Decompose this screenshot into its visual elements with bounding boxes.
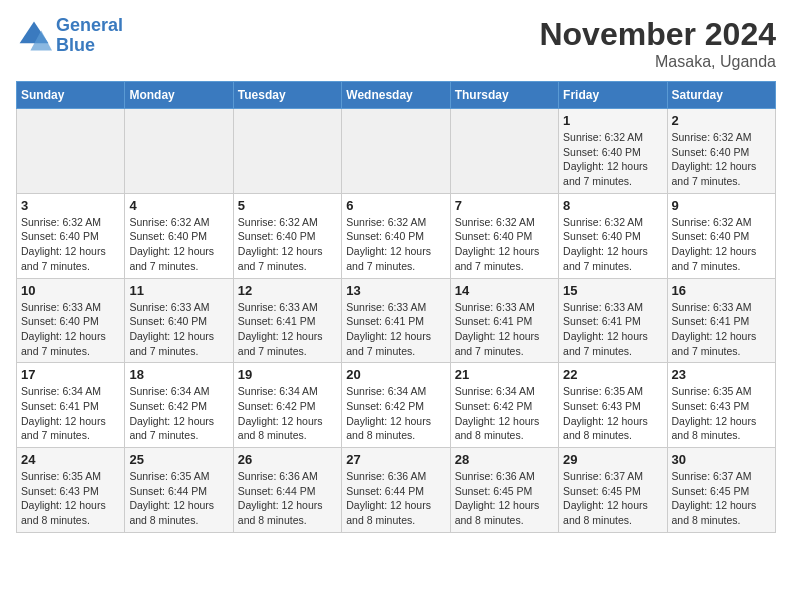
day-number: 17 xyxy=(21,367,120,382)
day-number: 7 xyxy=(455,198,554,213)
weekday-header-wednesday: Wednesday xyxy=(342,82,450,109)
day-number: 8 xyxy=(563,198,662,213)
day-number: 15 xyxy=(563,283,662,298)
day-number: 28 xyxy=(455,452,554,467)
day-info: Sunrise: 6:34 AM Sunset: 6:42 PM Dayligh… xyxy=(238,384,337,443)
day-number: 5 xyxy=(238,198,337,213)
page-header: General Blue November 2024 Masaka, Ugand… xyxy=(16,16,776,71)
calendar-cell: 26Sunrise: 6:36 AM Sunset: 6:44 PM Dayli… xyxy=(233,448,341,533)
calendar-cell: 28Sunrise: 6:36 AM Sunset: 6:45 PM Dayli… xyxy=(450,448,558,533)
calendar-cell: 15Sunrise: 6:33 AM Sunset: 6:41 PM Dayli… xyxy=(559,278,667,363)
calendar-cell: 24Sunrise: 6:35 AM Sunset: 6:43 PM Dayli… xyxy=(17,448,125,533)
day-info: Sunrise: 6:32 AM Sunset: 6:40 PM Dayligh… xyxy=(455,215,554,274)
calendar-week-row: 10Sunrise: 6:33 AM Sunset: 6:40 PM Dayli… xyxy=(17,278,776,363)
calendar-week-row: 17Sunrise: 6:34 AM Sunset: 6:41 PM Dayli… xyxy=(17,363,776,448)
day-number: 29 xyxy=(563,452,662,467)
calendar-table: SundayMondayTuesdayWednesdayThursdayFrid… xyxy=(16,81,776,533)
day-number: 10 xyxy=(21,283,120,298)
day-info: Sunrise: 6:32 AM Sunset: 6:40 PM Dayligh… xyxy=(672,215,771,274)
month-title: November 2024 xyxy=(539,16,776,53)
calendar-cell: 30Sunrise: 6:37 AM Sunset: 6:45 PM Dayli… xyxy=(667,448,775,533)
day-info: Sunrise: 6:33 AM Sunset: 6:41 PM Dayligh… xyxy=(455,300,554,359)
day-info: Sunrise: 6:33 AM Sunset: 6:41 PM Dayligh… xyxy=(672,300,771,359)
calendar-cell: 6Sunrise: 6:32 AM Sunset: 6:40 PM Daylig… xyxy=(342,193,450,278)
calendar-cell: 19Sunrise: 6:34 AM Sunset: 6:42 PM Dayli… xyxy=(233,363,341,448)
day-info: Sunrise: 6:34 AM Sunset: 6:42 PM Dayligh… xyxy=(346,384,445,443)
day-info: Sunrise: 6:33 AM Sunset: 6:40 PM Dayligh… xyxy=(129,300,228,359)
logo-text: General Blue xyxy=(56,16,123,56)
calendar-cell xyxy=(342,109,450,194)
title-block: November 2024 Masaka, Uganda xyxy=(539,16,776,71)
calendar-cell: 9Sunrise: 6:32 AM Sunset: 6:40 PM Daylig… xyxy=(667,193,775,278)
weekday-header-row: SundayMondayTuesdayWednesdayThursdayFrid… xyxy=(17,82,776,109)
calendar-cell: 2Sunrise: 6:32 AM Sunset: 6:40 PM Daylig… xyxy=(667,109,775,194)
day-info: Sunrise: 6:32 AM Sunset: 6:40 PM Dayligh… xyxy=(563,130,662,189)
logo-general: General xyxy=(56,15,123,35)
day-number: 27 xyxy=(346,452,445,467)
day-number: 19 xyxy=(238,367,337,382)
day-info: Sunrise: 6:36 AM Sunset: 6:44 PM Dayligh… xyxy=(238,469,337,528)
calendar-week-row: 3Sunrise: 6:32 AM Sunset: 6:40 PM Daylig… xyxy=(17,193,776,278)
location-title: Masaka, Uganda xyxy=(539,53,776,71)
day-number: 12 xyxy=(238,283,337,298)
calendar-cell: 5Sunrise: 6:32 AM Sunset: 6:40 PM Daylig… xyxy=(233,193,341,278)
calendar-cell: 11Sunrise: 6:33 AM Sunset: 6:40 PM Dayli… xyxy=(125,278,233,363)
logo: General Blue xyxy=(16,16,123,56)
calendar-cell xyxy=(450,109,558,194)
day-number: 9 xyxy=(672,198,771,213)
day-info: Sunrise: 6:34 AM Sunset: 6:41 PM Dayligh… xyxy=(21,384,120,443)
calendar-cell: 20Sunrise: 6:34 AM Sunset: 6:42 PM Dayli… xyxy=(342,363,450,448)
day-info: Sunrise: 6:32 AM Sunset: 6:40 PM Dayligh… xyxy=(21,215,120,274)
calendar-cell: 16Sunrise: 6:33 AM Sunset: 6:41 PM Dayli… xyxy=(667,278,775,363)
calendar-cell xyxy=(125,109,233,194)
day-number: 22 xyxy=(563,367,662,382)
day-info: Sunrise: 6:32 AM Sunset: 6:40 PM Dayligh… xyxy=(129,215,228,274)
calendar-week-row: 24Sunrise: 6:35 AM Sunset: 6:43 PM Dayli… xyxy=(17,448,776,533)
day-number: 23 xyxy=(672,367,771,382)
calendar-week-row: 1Sunrise: 6:32 AM Sunset: 6:40 PM Daylig… xyxy=(17,109,776,194)
day-number: 21 xyxy=(455,367,554,382)
weekday-header-friday: Friday xyxy=(559,82,667,109)
day-info: Sunrise: 6:35 AM Sunset: 6:43 PM Dayligh… xyxy=(672,384,771,443)
calendar-cell: 1Sunrise: 6:32 AM Sunset: 6:40 PM Daylig… xyxy=(559,109,667,194)
calendar-cell: 23Sunrise: 6:35 AM Sunset: 6:43 PM Dayli… xyxy=(667,363,775,448)
calendar-cell: 7Sunrise: 6:32 AM Sunset: 6:40 PM Daylig… xyxy=(450,193,558,278)
day-number: 26 xyxy=(238,452,337,467)
calendar-cell: 10Sunrise: 6:33 AM Sunset: 6:40 PM Dayli… xyxy=(17,278,125,363)
day-info: Sunrise: 6:33 AM Sunset: 6:41 PM Dayligh… xyxy=(563,300,662,359)
day-info: Sunrise: 6:32 AM Sunset: 6:40 PM Dayligh… xyxy=(238,215,337,274)
day-info: Sunrise: 6:37 AM Sunset: 6:45 PM Dayligh… xyxy=(563,469,662,528)
calendar-cell: 4Sunrise: 6:32 AM Sunset: 6:40 PM Daylig… xyxy=(125,193,233,278)
calendar-cell xyxy=(17,109,125,194)
day-number: 18 xyxy=(129,367,228,382)
day-info: Sunrise: 6:34 AM Sunset: 6:42 PM Dayligh… xyxy=(455,384,554,443)
day-info: Sunrise: 6:34 AM Sunset: 6:42 PM Dayligh… xyxy=(129,384,228,443)
day-number: 3 xyxy=(21,198,120,213)
day-number: 25 xyxy=(129,452,228,467)
day-info: Sunrise: 6:36 AM Sunset: 6:45 PM Dayligh… xyxy=(455,469,554,528)
day-number: 20 xyxy=(346,367,445,382)
day-info: Sunrise: 6:37 AM Sunset: 6:45 PM Dayligh… xyxy=(672,469,771,528)
calendar-cell: 8Sunrise: 6:32 AM Sunset: 6:40 PM Daylig… xyxy=(559,193,667,278)
calendar-cell: 12Sunrise: 6:33 AM Sunset: 6:41 PM Dayli… xyxy=(233,278,341,363)
day-info: Sunrise: 6:33 AM Sunset: 6:40 PM Dayligh… xyxy=(21,300,120,359)
day-number: 4 xyxy=(129,198,228,213)
calendar-cell: 13Sunrise: 6:33 AM Sunset: 6:41 PM Dayli… xyxy=(342,278,450,363)
weekday-header-sunday: Sunday xyxy=(17,82,125,109)
day-info: Sunrise: 6:33 AM Sunset: 6:41 PM Dayligh… xyxy=(346,300,445,359)
day-info: Sunrise: 6:32 AM Sunset: 6:40 PM Dayligh… xyxy=(672,130,771,189)
day-info: Sunrise: 6:32 AM Sunset: 6:40 PM Dayligh… xyxy=(346,215,445,274)
day-number: 2 xyxy=(672,113,771,128)
day-number: 11 xyxy=(129,283,228,298)
calendar-cell: 22Sunrise: 6:35 AM Sunset: 6:43 PM Dayli… xyxy=(559,363,667,448)
day-number: 14 xyxy=(455,283,554,298)
day-info: Sunrise: 6:35 AM Sunset: 6:44 PM Dayligh… xyxy=(129,469,228,528)
day-info: Sunrise: 6:33 AM Sunset: 6:41 PM Dayligh… xyxy=(238,300,337,359)
day-number: 16 xyxy=(672,283,771,298)
day-info: Sunrise: 6:32 AM Sunset: 6:40 PM Dayligh… xyxy=(563,215,662,274)
weekday-header-tuesday: Tuesday xyxy=(233,82,341,109)
day-number: 13 xyxy=(346,283,445,298)
weekday-header-monday: Monday xyxy=(125,82,233,109)
day-number: 24 xyxy=(21,452,120,467)
day-number: 30 xyxy=(672,452,771,467)
